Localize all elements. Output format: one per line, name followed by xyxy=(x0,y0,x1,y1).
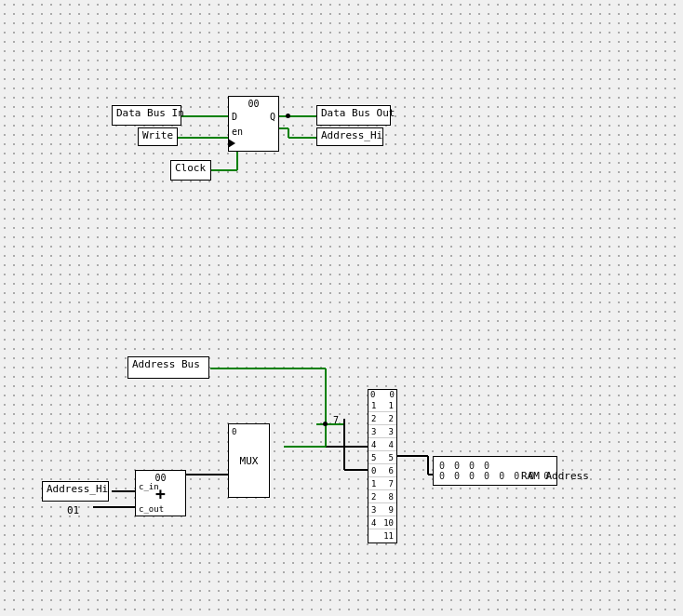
address-bus-label: Address Bus xyxy=(127,356,209,379)
seven-label: 7 xyxy=(333,415,339,425)
mux-label: MUX xyxy=(240,455,259,467)
address-hi-in-label: Address_Hi xyxy=(42,481,109,502)
adder-plus-icon: + xyxy=(155,484,166,503)
junction-dot-q xyxy=(286,114,290,118)
mux-input-val: 0 xyxy=(232,427,236,436)
bus-row-10: 410 xyxy=(368,516,396,529)
junction-dot-addr xyxy=(323,422,328,426)
mux-component: 0 MUX xyxy=(228,423,270,498)
dff-d-pin: D xyxy=(232,112,237,122)
bus-row-8: 28 xyxy=(368,490,396,503)
address-hi-out-label: Address_Hi xyxy=(316,127,383,146)
bus-row-11: 11 xyxy=(368,529,396,542)
dff-q-pin: Q xyxy=(270,112,275,122)
dff-component: 00 D Q en xyxy=(228,96,279,152)
data-bus-in-label: Data Bus In xyxy=(112,105,181,126)
bus-array-component: 0 0 11 22 33 44 55 06 17 28 39 410 11 xyxy=(368,389,397,543)
ram-address-label: RAM Address xyxy=(521,470,589,482)
adder-component: 00 c_in + c_out xyxy=(135,470,186,516)
bus-row-9: 39 xyxy=(368,503,396,516)
adder-input-value: 01 xyxy=(67,504,79,516)
bus-row-3: 33 xyxy=(368,425,396,438)
bus-row-5: 55 xyxy=(368,451,396,464)
write-label: Write xyxy=(138,127,178,146)
bus-row-2: 22 xyxy=(368,412,396,425)
dff-en-pin: en xyxy=(232,127,243,137)
data-bus-out-label: Data Bus Out xyxy=(316,105,391,126)
bus-row-6: 06 xyxy=(368,464,396,477)
bus-row-4: 44 xyxy=(368,438,396,451)
clock-label: Clock xyxy=(170,160,211,181)
dff-value: 00 xyxy=(248,99,259,109)
clock-triangle-icon xyxy=(228,139,235,148)
adder-cout: c_out xyxy=(139,504,164,514)
bus-row-7: 17 xyxy=(368,477,396,490)
bus-row-1: 11 xyxy=(368,399,396,412)
